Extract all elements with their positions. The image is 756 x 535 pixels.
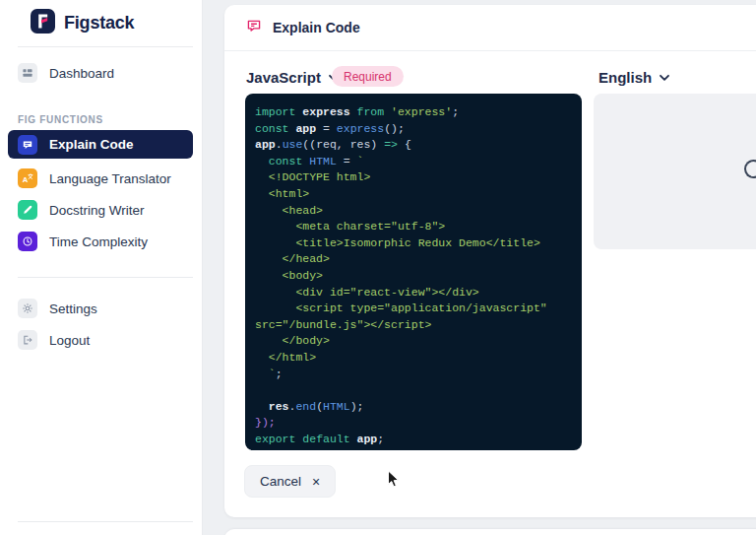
sidebar-item-dashboard[interactable]: Dashboard xyxy=(8,59,193,87)
spinner-icon xyxy=(744,160,756,178)
sidebar-item-time-complexity[interactable]: Time Complexity xyxy=(8,228,193,255)
sidebar-item-label: Docstring Writer xyxy=(49,203,145,218)
sidebar-item-label: Logout xyxy=(49,333,90,348)
language-dropdown-value: JavaScript xyxy=(246,69,321,86)
divider xyxy=(18,46,193,47)
figstack-logo-icon xyxy=(31,9,55,37)
required-badge: Required xyxy=(332,66,404,87)
svg-text:A: A xyxy=(23,175,29,184)
app-screen: Figstack Dashboard FIG FUNCTIONS xyxy=(0,0,756,535)
panel-header: Explain Code xyxy=(224,5,756,51)
pencil-icon xyxy=(18,200,37,220)
divider xyxy=(18,521,193,522)
gear-icon xyxy=(18,299,37,318)
sidebar-item-label: Language Translator xyxy=(49,171,171,186)
clock-icon xyxy=(18,232,37,251)
divider xyxy=(18,277,193,278)
language-dropdown[interactable]: JavaScript xyxy=(246,66,340,88)
sidebar-item-language-translator[interactable]: A Language Translator xyxy=(8,165,193,192)
sidebar: Figstack Dashboard FIG FUNCTIONS xyxy=(0,0,203,535)
chevron-down-icon xyxy=(659,68,670,86)
figstack-logo[interactable]: Figstack xyxy=(31,9,134,37)
logout-icon xyxy=(18,330,37,350)
chat-bubble-outline-icon xyxy=(245,17,263,38)
cancel-button[interactable]: Cancel × xyxy=(244,465,336,498)
sidebar-item-label: Dashboard xyxy=(49,66,114,81)
sidebar-item-explain-code[interactable]: Explain Code xyxy=(8,130,193,159)
close-icon: × xyxy=(312,474,320,490)
explain-code-panel: Explain Code JavaScript Required English… xyxy=(224,5,756,517)
output-language-dropdown-value: English xyxy=(598,69,652,86)
sidebar-item-docstring-writer[interactable]: Docstring Writer xyxy=(8,196,193,224)
chat-bubble-icon xyxy=(18,135,37,155)
sidebar-item-label: Settings xyxy=(49,301,97,316)
translate-icon: A xyxy=(18,168,37,188)
dashboard-icon xyxy=(18,63,37,83)
sidebar-item-label: Explain Code xyxy=(49,137,134,152)
sidebar-item-label: Time Complexity xyxy=(49,234,148,249)
sidebar-item-settings[interactable]: Settings xyxy=(8,295,193,322)
app-title: Figstack xyxy=(64,13,134,33)
panel-title: Explain Code xyxy=(273,20,360,35)
next-panel-edge xyxy=(224,529,756,535)
output-panel xyxy=(594,94,756,249)
sidebar-item-logout[interactable]: Logout xyxy=(8,326,193,354)
output-language-dropdown[interactable]: English xyxy=(598,66,670,88)
code-editor-content: import express from 'express';const app … xyxy=(255,104,576,447)
sidebar-section-label: FIG FUNCTIONS xyxy=(18,114,103,125)
code-editor[interactable]: import express from 'express';const app … xyxy=(245,94,582,450)
cancel-button-label: Cancel xyxy=(260,474,301,489)
